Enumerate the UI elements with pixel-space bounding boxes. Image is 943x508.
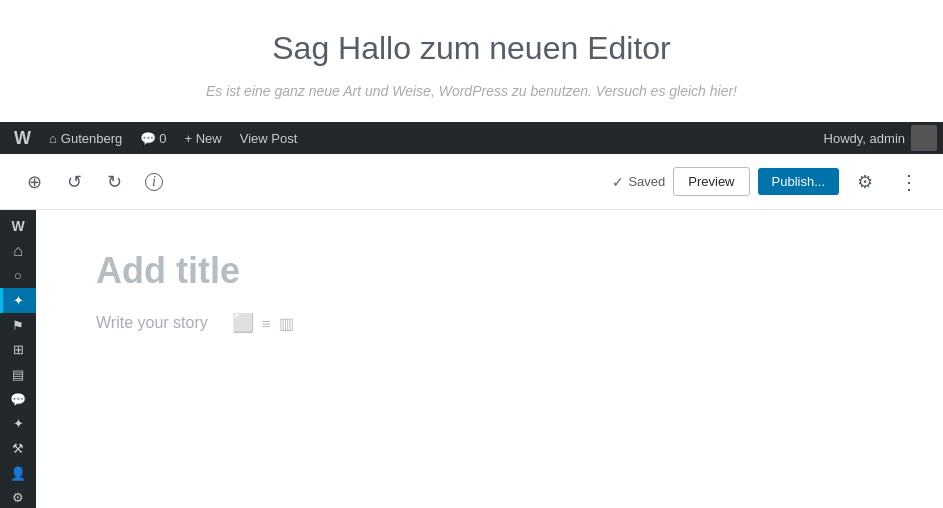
- post-title-field[interactable]: Add title: [96, 250, 883, 292]
- editor-main: W ⌂ ○ ✦ ⚑ ⊞ ▤ 💬 ✦ ⚒ 👤 ⚙ ⊞ Add title Writ…: [0, 210, 943, 508]
- view-post-button[interactable]: View Post: [232, 122, 306, 154]
- more-options-button[interactable]: ⋮: [891, 164, 927, 200]
- sidebar-item-appearance[interactable]: ✦: [0, 412, 36, 437]
- sidebar-item-plugins[interactable]: ⚒: [0, 436, 36, 461]
- view-post-label: View Post: [240, 131, 298, 146]
- columns-block-icon[interactable]: ▥: [279, 314, 294, 333]
- publish-button[interactable]: Publish...: [758, 168, 839, 195]
- saved-status: ✓ Saved: [612, 174, 665, 190]
- howdy-text: Howdy, admin: [824, 131, 905, 146]
- info-icon: i: [145, 173, 163, 191]
- home-button[interactable]: ⌂ Gutenberg: [41, 122, 130, 154]
- home-icon: ⌂: [49, 131, 57, 146]
- site-name: Gutenberg: [61, 131, 122, 146]
- preview-button[interactable]: Preview: [673, 167, 749, 196]
- saved-label: Saved: [628, 174, 665, 189]
- body-placeholder[interactable]: Write your story: [96, 314, 208, 332]
- wp-logo-icon: W: [14, 128, 31, 149]
- promo-area: Sag Hallo zum neuen Editor Es ist eine g…: [0, 0, 943, 122]
- undo-icon: ↺: [67, 171, 82, 193]
- admin-bar-left: W ⌂ Gutenberg 💬 0 + New View Post: [6, 122, 305, 154]
- comments-button[interactable]: 💬 0: [132, 122, 174, 154]
- info-button[interactable]: i: [136, 164, 172, 200]
- ellipsis-icon: ⋮: [899, 170, 920, 194]
- wp-sidebar: W ⌂ ○ ✦ ⚑ ⊞ ▤ 💬 ✦ ⚒ 👤 ⚙ ⊞: [0, 210, 36, 508]
- wp-logo-button[interactable]: W: [6, 122, 39, 154]
- settings-button[interactable]: ⚙: [847, 164, 883, 200]
- sidebar-item-tools[interactable]: ⚙: [0, 486, 36, 508]
- sidebar-item-circle[interactable]: ○: [0, 263, 36, 288]
- undo-button[interactable]: ↺: [56, 164, 92, 200]
- sidebar-item-wp[interactable]: W: [0, 214, 36, 239]
- promo-title: Sag Hallo zum neuen Editor: [20, 30, 923, 67]
- redo-icon: ↻: [107, 171, 122, 193]
- promo-subtitle: Es ist eine ganz neue Art und Weise, Wor…: [20, 81, 923, 102]
- gear-icon: ⚙: [857, 171, 873, 193]
- user-avatar[interactable]: [911, 125, 937, 151]
- sidebar-item-home[interactable]: ⌂: [0, 239, 36, 264]
- admin-bar: W ⌂ Gutenberg 💬 0 + New View Post Howdy,…: [0, 122, 943, 154]
- plus-icon: ⊕: [27, 171, 42, 193]
- editor-inner: Add title Write your story ⬜ ≡ ▥: [36, 210, 943, 374]
- sidebar-item-star[interactable]: ✦: [0, 288, 36, 313]
- editor-toolbar: ⊕ ↺ ↻ i ✓ Saved Preview Publish... ⚙ ⋮: [0, 154, 943, 210]
- sidebar-item-flag[interactable]: ⚑: [0, 313, 36, 338]
- content-icons: ⬜ ≡ ▥: [232, 312, 294, 334]
- comment-icon: 💬: [140, 131, 156, 146]
- check-icon: ✓: [612, 174, 624, 190]
- new-label: + New: [185, 131, 222, 146]
- image-block-icon[interactable]: ⬜: [232, 312, 254, 334]
- redo-button[interactable]: ↻: [96, 164, 132, 200]
- comment-count: 0: [159, 131, 166, 146]
- sidebar-item-page[interactable]: ▤: [0, 362, 36, 387]
- write-story-area: Write your story ⬜ ≡ ▥: [96, 312, 883, 334]
- new-content-button[interactable]: + New: [177, 122, 230, 154]
- editor-content: Add title Write your story ⬜ ≡ ▥: [36, 210, 943, 508]
- sidebar-item-comment[interactable]: 💬: [0, 387, 36, 412]
- toolbar-right: ✓ Saved Preview Publish... ⚙ ⋮: [612, 164, 927, 200]
- sidebar-item-grid[interactable]: ⊞: [0, 337, 36, 362]
- add-block-button[interactable]: ⊕: [16, 164, 52, 200]
- sidebar-item-users[interactable]: 👤: [0, 461, 36, 486]
- list-block-icon[interactable]: ≡: [262, 315, 271, 332]
- admin-bar-right: Howdy, admin: [824, 125, 937, 151]
- toolbar-left: ⊕ ↺ ↻ i: [16, 164, 172, 200]
